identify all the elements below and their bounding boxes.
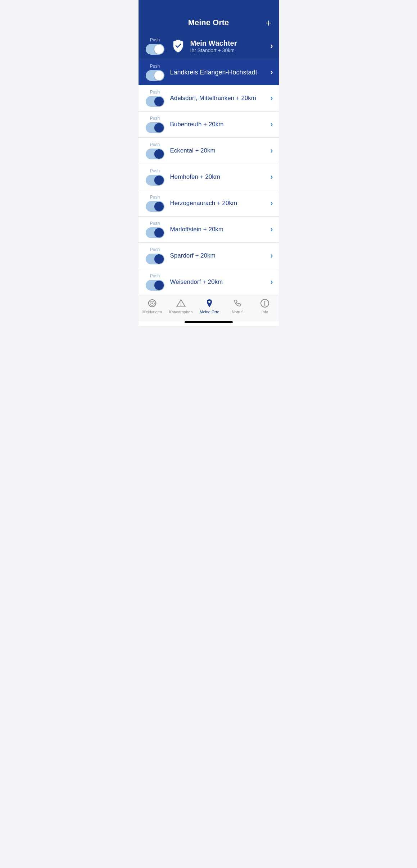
info-icon [260, 298, 270, 308]
location-toggle-container-5: Push [144, 221, 166, 238]
wachter-push-label: Push [150, 37, 160, 42]
wachter-info: Mein Wächter Ihr Standort + 30km [190, 39, 266, 53]
svg-point-2 [151, 303, 153, 304]
location-toggle-knob-5 [154, 228, 164, 237]
phone-screen: Meine Orte + Push Mein Wächter Ihr Stand… [139, 0, 279, 326]
header: Meine Orte + [139, 0, 279, 33]
location-toggle-knob-4 [154, 202, 164, 211]
wachter-row[interactable]: Push Mein Wächter Ihr Standort + 30km › [144, 37, 273, 55]
location-toggle-knob-2 [154, 149, 164, 159]
landkreis-label: Landkreis Erlangen-Höchstadt [170, 69, 266, 76]
location-chevron-3: › [270, 172, 273, 182]
landkreis-row[interactable]: Push Landkreis Erlangen-Höchstadt › [139, 59, 279, 85]
katastrophen-icon [176, 298, 186, 308]
tab-katastrophen[interactable]: Katastrophen [169, 298, 192, 314]
landkreis-chevron: › [270, 68, 273, 77]
home-indicator [185, 321, 233, 323]
location-row[interactable]: Push Weisendorf + 20km › [139, 269, 279, 295]
location-push-label-7: Push [150, 273, 160, 278]
location-chevron-1: › [270, 120, 273, 129]
location-toggle-1[interactable] [146, 122, 164, 133]
location-chevron-0: › [270, 94, 273, 103]
location-label-7: Weisendorf + 20km [170, 278, 266, 286]
tab-bar: Meldungen Katastrophen Meine [139, 295, 279, 321]
location-row[interactable]: Push Bubenreuth + 20km › [139, 112, 279, 138]
location-push-label-6: Push [150, 247, 160, 252]
page-title: Meine Orte [188, 18, 229, 27]
location-toggle-7[interactable] [146, 280, 164, 291]
landkreis-toggle-knob [154, 71, 164, 80]
location-toggle-knob-1 [154, 123, 164, 132]
location-label-4: Herzogenaurach + 20km [170, 200, 266, 207]
location-toggle-6[interactable] [146, 254, 164, 264]
location-toggle-5[interactable] [146, 227, 164, 238]
meine-orte-icon [204, 298, 214, 308]
add-location-button[interactable]: + [266, 18, 271, 28]
location-push-label-4: Push [150, 195, 160, 200]
location-toggle-container-0: Push [144, 90, 166, 107]
location-row[interactable]: Push Hemhofen + 20km › [139, 164, 279, 190]
location-toggle-0[interactable] [146, 96, 164, 107]
location-push-label-2: Push [150, 142, 160, 147]
location-list: Push Adelsdorf, Mittelfranken + 20km › P… [139, 85, 279, 295]
svg-point-5 [208, 301, 210, 303]
tab-meldungen[interactable]: Meldungen [141, 298, 163, 314]
location-toggle-container-2: Push [144, 142, 166, 159]
svg-point-8 [264, 301, 266, 302]
wachter-toggle-container: Push [144, 37, 166, 55]
location-chevron-2: › [270, 146, 273, 155]
notruf-icon [232, 298, 242, 308]
location-row[interactable]: Push Spardorf + 20km › [139, 243, 279, 269]
tab-info-label: Info [262, 310, 268, 314]
location-toggle-container-1: Push [144, 116, 166, 133]
wachter-toggle-knob [154, 45, 164, 54]
location-label-0: Adelsdorf, Mittelfranken + 20km [170, 95, 266, 102]
location-toggle-container-4: Push [144, 195, 166, 212]
location-toggle-2[interactable] [146, 149, 164, 159]
location-chevron-5: › [270, 225, 273, 234]
location-label-1: Bubenreuth + 20km [170, 121, 266, 128]
tab-meine-orte-label: Meine Orte [200, 310, 219, 314]
landkreis-toggle-container: Push [144, 64, 166, 81]
svg-point-4 [180, 305, 181, 306]
location-label-6: Spardorf + 20km [170, 252, 266, 259]
location-label-3: Hemhofen + 20km [170, 173, 266, 181]
landkreis-push-label: Push [150, 64, 160, 69]
landkreis-push-toggle[interactable] [146, 70, 164, 81]
wachter-subtitle: Ihr Standort + 30km [190, 47, 266, 53]
tab-katastrophen-label: Katastrophen [169, 310, 192, 314]
wachter-push-toggle[interactable] [146, 44, 164, 55]
location-toggle-knob-3 [154, 176, 164, 185]
location-push-label-5: Push [150, 221, 160, 226]
location-row[interactable]: Push Herzogenaurach + 20km › [139, 190, 279, 217]
tab-notruf-label: Notruf [232, 310, 243, 314]
wachter-section: Push Mein Wächter Ihr Standort + 30km › [139, 33, 279, 59]
meldungen-icon [147, 298, 157, 308]
location-toggle-knob-7 [154, 281, 164, 290]
tab-meine-orte[interactable]: Meine Orte [199, 298, 220, 314]
location-chevron-4: › [270, 199, 273, 208]
tab-info[interactable]: Info [254, 298, 276, 314]
location-label-5: Marloffstein + 20km [170, 226, 266, 233]
shield-icon [170, 38, 186, 54]
location-toggle-knob-6 [154, 254, 164, 264]
location-push-label-0: Push [150, 90, 160, 95]
location-label-2: Eckental + 20km [170, 147, 266, 154]
tab-notruf[interactable]: Notruf [226, 298, 248, 314]
location-toggle-container-6: Push [144, 247, 166, 264]
tab-meldungen-label: Meldungen [142, 310, 162, 314]
location-toggle-container-3: Push [144, 168, 166, 186]
location-toggle-4[interactable] [146, 201, 164, 212]
location-toggle-3[interactable] [146, 175, 164, 186]
location-toggle-knob-0 [154, 97, 164, 106]
location-row[interactable]: Push Marloffstein + 20km › [139, 217, 279, 243]
location-chevron-6: › [270, 251, 273, 260]
location-push-label-3: Push [150, 168, 160, 173]
location-chevron-7: › [270, 277, 273, 287]
location-row[interactable]: Push Adelsdorf, Mittelfranken + 20km › [139, 85, 279, 112]
wachter-chevron: › [270, 41, 273, 51]
location-push-label-1: Push [150, 116, 160, 121]
location-toggle-container-7: Push [144, 273, 166, 291]
location-row[interactable]: Push Eckental + 20km › [139, 138, 279, 164]
wachter-title: Mein Wächter [190, 39, 266, 47]
